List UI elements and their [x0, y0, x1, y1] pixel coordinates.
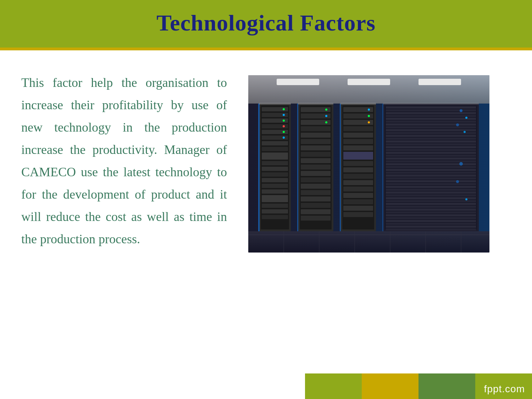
- svg-rect-72: [343, 145, 373, 150]
- svg-rect-116: [386, 186, 476, 188]
- svg-rect-119: [386, 194, 476, 196]
- svg-rect-127: [386, 217, 476, 219]
- svg-rect-3: [348, 79, 390, 85]
- svg-rect-92: [386, 118, 476, 120]
- svg-rect-110: [386, 169, 476, 171]
- svg-rect-123: [386, 206, 476, 208]
- svg-rect-29: [262, 189, 288, 194]
- svg-point-34: [283, 108, 285, 110]
- slide: Technological Factors This factor help t…: [0, 0, 532, 399]
- svg-rect-58: [301, 203, 331, 208]
- svg-rect-146: [340, 103, 376, 105]
- svg-rect-143: [248, 231, 489, 253]
- image-column: [248, 72, 511, 253]
- page-title: Technological Factors: [0, 10, 532, 36]
- svg-rect-126: [386, 214, 476, 216]
- svg-rect-111: [386, 172, 476, 174]
- svg-rect-105: [386, 155, 476, 157]
- svg-point-138: [465, 198, 467, 200]
- svg-point-135: [464, 131, 466, 133]
- svg-rect-125: [386, 211, 476, 214]
- svg-rect-131: [386, 228, 476, 231]
- svg-rect-90: [386, 112, 476, 114]
- svg-rect-40: [258, 104, 260, 231]
- svg-rect-2: [277, 79, 319, 85]
- svg-rect-118: [386, 192, 476, 194]
- svg-point-136: [459, 162, 463, 166]
- svg-rect-4: [419, 79, 461, 85]
- bottom-bar: fppt.com: [0, 373, 532, 399]
- svg-point-62: [325, 115, 327, 117]
- body-text: This factor help the organisation to inc…: [21, 72, 227, 250]
- svg-point-134: [456, 123, 459, 126]
- svg-point-83: [368, 109, 370, 111]
- svg-rect-106: [386, 157, 476, 160]
- main-content: This factor help the organisation to inc…: [0, 50, 532, 253]
- svg-rect-109: [386, 166, 476, 168]
- svg-rect-23: [262, 153, 288, 160]
- svg-rect-101: [386, 143, 476, 145]
- svg-rect-60: [301, 216, 331, 221]
- svg-rect-129: [386, 223, 476, 225]
- svg-rect-93: [386, 121, 476, 123]
- svg-point-84: [368, 115, 370, 117]
- svg-rect-103: [386, 149, 476, 151]
- svg-rect-25: [262, 167, 288, 171]
- brand-label: fppt.com: [484, 383, 525, 395]
- svg-point-132: [460, 109, 462, 112]
- svg-rect-80: [343, 199, 373, 204]
- svg-rect-82: [343, 212, 373, 217]
- svg-rect-141: [382, 104, 383, 231]
- svg-point-36: [283, 120, 285, 122]
- svg-rect-115: [386, 183, 476, 185]
- svg-rect-48: [301, 139, 331, 144]
- text-column: This factor help the organisation to inc…: [21, 72, 227, 253]
- svg-point-63: [325, 121, 327, 123]
- svg-rect-130: [386, 226, 476, 228]
- svg-point-37: [283, 125, 285, 127]
- svg-rect-46: [301, 126, 331, 131]
- svg-rect-28: [262, 184, 288, 188]
- svg-rect-31: [262, 204, 288, 208]
- svg-rect-56: [301, 190, 331, 195]
- svg-rect-89: [386, 109, 476, 111]
- svg-point-137: [456, 180, 459, 183]
- svg-rect-147: [383, 103, 479, 105]
- svg-rect-94: [386, 123, 476, 126]
- bottom-square-1: [305, 373, 362, 399]
- svg-rect-47: [301, 133, 331, 138]
- svg-point-35: [283, 114, 285, 116]
- svg-rect-55: [301, 184, 331, 189]
- svg-rect-145: [298, 103, 333, 105]
- svg-rect-51: [301, 158, 331, 163]
- svg-rect-113: [386, 177, 476, 179]
- svg-rect-99: [386, 138, 476, 140]
- svg-rect-107: [386, 160, 476, 162]
- svg-rect-100: [386, 140, 476, 143]
- svg-rect-79: [343, 193, 373, 198]
- svg-rect-97: [386, 132, 476, 134]
- svg-rect-50: [301, 152, 331, 157]
- bottom-square-2: [362, 373, 419, 399]
- svg-rect-52: [301, 165, 331, 170]
- svg-rect-78: [343, 187, 373, 192]
- svg-rect-120: [386, 197, 476, 199]
- svg-rect-74: [343, 161, 373, 166]
- svg-rect-88: [386, 106, 476, 109]
- svg-rect-57: [301, 196, 331, 201]
- svg-rect-21: [262, 141, 288, 145]
- svg-point-61: [325, 109, 327, 111]
- svg-rect-26: [262, 172, 288, 177]
- svg-point-38: [283, 131, 285, 133]
- svg-rect-124: [386, 209, 476, 211]
- svg-rect-24: [262, 161, 288, 165]
- svg-rect-128: [386, 220, 476, 222]
- svg-rect-139: [297, 104, 298, 231]
- svg-point-133: [465, 117, 467, 119]
- svg-rect-95: [386, 126, 476, 128]
- svg-rect-121: [386, 200, 476, 202]
- svg-rect-114: [386, 180, 476, 182]
- svg-rect-32: [262, 209, 288, 214]
- svg-rect-117: [386, 189, 476, 191]
- svg-rect-81: [343, 206, 373, 211]
